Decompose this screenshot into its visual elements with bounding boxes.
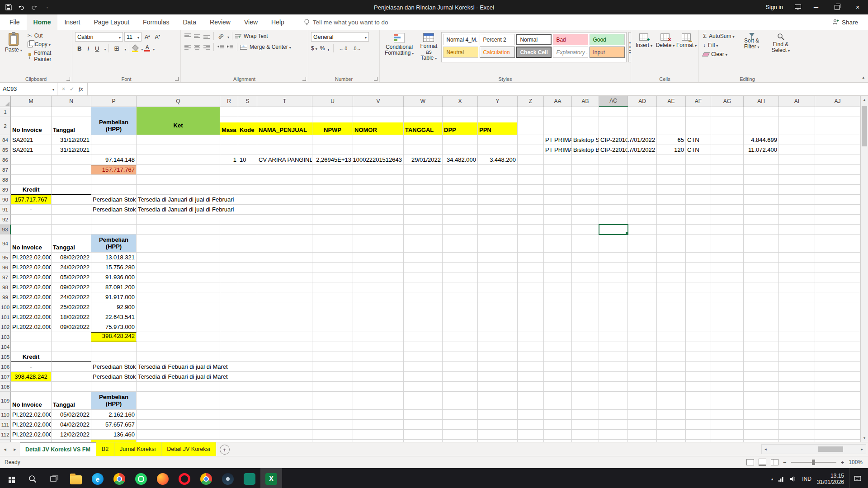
row-header-85[interactable]: 85 [0,145,11,155]
cell-AC109[interactable] [599,392,628,410]
underline-menu-icon[interactable] [103,44,106,52]
cell-AF104[interactable] [686,342,711,352]
cell-AF2[interactable] [686,117,711,135]
cell-AJ97[interactable] [815,272,860,282]
cell-AH88[interactable] [744,175,779,185]
cell-Q90[interactable]: Tersedia di Januari di jual di Februari [137,195,220,205]
cell-Z108[interactable] [518,382,544,392]
cell-X93[interactable] [443,225,478,235]
cell-AE89[interactable] [657,185,686,195]
cell-AJ100[interactable] [815,302,860,312]
cell-AB2[interactable] [572,117,599,135]
cell-X95[interactable] [443,253,478,263]
cell-AE99[interactable] [657,292,686,302]
cell-Q97[interactable] [137,272,220,282]
scroll-up-icon[interactable]: ▴ [861,96,868,103]
cell-S95[interactable] [238,253,257,263]
cut-button[interactable]: Cut [26,32,70,39]
taskbar-whatsapp[interactable] [130,468,152,488]
cell-P2[interactable]: Pembelian (HPP) [91,117,137,135]
cell-AD92[interactable] [628,215,657,225]
cell-T87[interactable] [257,165,312,175]
cell-V98[interactable] [353,282,404,292]
cell-AC89[interactable] [599,185,628,195]
cell-AI102[interactable] [779,322,815,332]
cell-T90[interactable] [257,195,312,205]
cell-V101[interactable] [353,312,404,322]
cell-AF110[interactable] [686,410,711,420]
cell-N91[interactable] [52,205,91,215]
cell-R98[interactable] [220,282,238,292]
cell-Z112[interactable] [518,430,544,440]
cell-T96[interactable] [257,263,312,272]
cell-AF111[interactable] [686,420,711,430]
conditional-formatting-button[interactable]: ConditionalFormatting [382,32,416,62]
cell-X84[interactable] [443,135,478,145]
vertical-scrollbar[interactable]: ▴ ▾ [860,96,868,442]
cell-T103[interactable] [257,332,312,342]
cell-P91[interactable]: Persediaan Stok [91,205,137,215]
cell-V106[interactable] [353,362,404,372]
gallery-up-icon[interactable]: ▴ [629,40,631,44]
cell-AA101[interactable] [544,312,572,322]
cell-AE103[interactable] [657,332,686,342]
cell-AG111[interactable] [711,420,744,430]
cell-AH112[interactable] [744,430,779,440]
cell-N96[interactable]: 24/02/2022 [52,263,91,272]
cell-AH92[interactable] [744,215,779,225]
cell-AH98[interactable] [744,282,779,292]
cell-T107[interactable] [257,372,312,382]
cell-Q112[interactable] [137,430,220,440]
cell-AC88[interactable] [599,175,628,185]
cell-T108[interactable] [257,382,312,392]
cell-Y89[interactable] [478,185,518,195]
cell-AH110[interactable] [744,410,779,420]
cell-R109[interactable] [220,392,238,410]
grow-font-button[interactable]: A▴ [143,33,152,41]
cell-AC2[interactable] [599,117,628,135]
cell-AA109[interactable] [544,392,572,410]
cell-AJ89[interactable] [815,185,860,195]
cell-U88[interactable] [312,175,353,185]
cell-AB106[interactable] [572,362,599,372]
cell-X86[interactable]: 34.482.000 [443,155,478,165]
ribbon-tab-page-layout[interactable]: Page Layout [87,14,136,30]
cell-Y101[interactable] [478,312,518,322]
cell-W110[interactable] [404,410,443,420]
insert-cells-button[interactable]: Insert [634,32,654,48]
cell-Y91[interactable] [478,205,518,215]
cell-U90[interactable] [312,195,353,205]
align-right-button[interactable] [203,43,211,51]
cell-AH106[interactable] [744,362,779,372]
cell-AH86[interactable] [744,155,779,165]
cell-X102[interactable] [443,322,478,332]
cell-R85[interactable] [220,145,238,155]
cell-T84[interactable] [257,135,312,145]
cell-AH99[interactable] [744,292,779,302]
cell-S2[interactable]: Kode [238,117,257,135]
cell-Q104[interactable] [137,342,220,352]
cell-AD96[interactable] [628,263,657,272]
ribbon-tab-data[interactable]: Data [176,14,203,30]
cell-X99[interactable] [443,292,478,302]
cell-AG106[interactable] [711,362,744,372]
cell-V104[interactable] [353,342,404,352]
row-header-100[interactable]: 100 [0,302,11,312]
cell-P90[interactable]: Persediaan Stok [91,195,137,205]
cell-AH1[interactable] [744,107,779,117]
cell-X105[interactable] [443,352,478,362]
cell-AE104[interactable] [657,342,686,352]
cell-W91[interactable] [404,205,443,215]
horizontal-scroll-thumb[interactable] [818,446,843,452]
cell-AB86[interactable] [572,155,599,165]
cell-X100[interactable] [443,302,478,312]
cell-M108[interactable] [11,382,52,392]
cell-N90[interactable] [52,195,91,205]
cell-AI85[interactable] [779,145,815,155]
taskbar-firefox[interactable] [152,468,174,488]
accounting-format-button[interactable]: $ [311,45,317,52]
cell-Z93[interactable] [518,225,544,235]
orientation-button[interactable]: ab [217,33,225,40]
insert-function-icon[interactable]: fx [79,85,83,93]
cell-style-calculation[interactable]: Calculation [480,47,515,58]
